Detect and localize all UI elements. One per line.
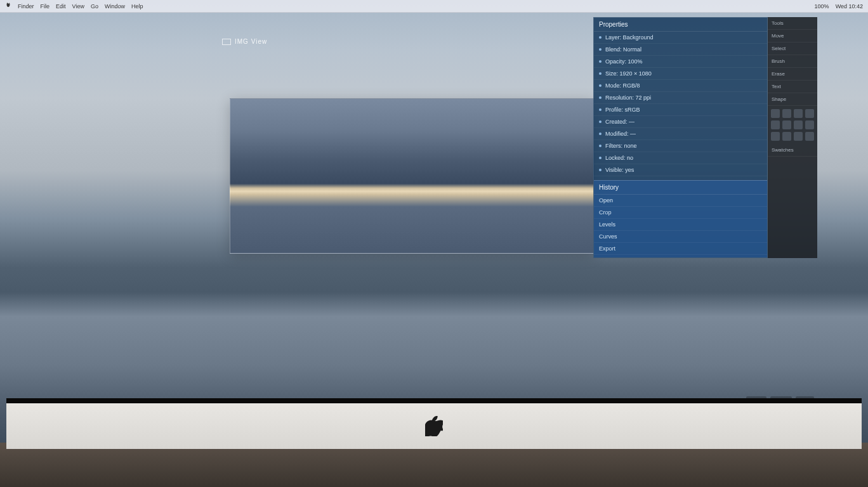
- swatch-icon[interactable]: [805, 109, 814, 118]
- history-row[interactable]: Crop: [594, 207, 767, 219]
- history-panel: History Open Crop Levels Curves Export: [594, 180, 767, 257]
- toolstrip-foot-label: Swatches: [772, 147, 794, 153]
- inspector-row[interactable]: Size: 1920 × 1080: [594, 68, 767, 80]
- bullet-icon: [599, 60, 602, 63]
- inspector-row[interactable]: Modified: —: [594, 128, 767, 140]
- bullet-icon: [599, 72, 602, 75]
- tool-move[interactable]: Move: [768, 30, 817, 42]
- swatch-icon[interactable]: [771, 109, 780, 118]
- document-title-overlay: IMG View: [222, 38, 267, 45]
- inspector-row-label: Blend: Normal: [605, 46, 641, 53]
- history-row-label: Open: [599, 197, 613, 204]
- inspector-row[interactable]: Profile: sRGB: [594, 104, 767, 116]
- swatch-icon[interactable]: [794, 109, 803, 118]
- menu-help[interactable]: Help: [131, 3, 143, 10]
- menu-window[interactable]: Window: [105, 3, 125, 10]
- tool-label: Erase: [772, 71, 785, 77]
- inspector-row-label: Opacity: 100%: [605, 58, 643, 65]
- history-row-label: Export: [599, 245, 615, 252]
- tool-icon-grid: [768, 106, 817, 144]
- tool-label: Text: [772, 84, 781, 89]
- tool-label: Brush: [772, 58, 785, 64]
- history-row[interactable]: Curves: [594, 231, 767, 243]
- inspector-row[interactable]: Created: —: [594, 116, 767, 128]
- swatch-icon[interactable]: [782, 109, 791, 118]
- inspector-row[interactable]: Filters: none: [594, 140, 767, 152]
- history-row-label: Crop: [599, 209, 612, 216]
- tool-erase[interactable]: Erase: [768, 68, 817, 81]
- history-row-label: Curves: [599, 233, 617, 240]
- inspector-row[interactable]: Visible: yes: [594, 164, 767, 176]
- inspector-row-label: Visible: yes: [605, 167, 634, 173]
- swatch-icon[interactable]: [805, 120, 814, 129]
- menu-file[interactable]: File: [41, 3, 50, 10]
- bullet-icon: [599, 157, 602, 159]
- menu-go[interactable]: Go: [91, 3, 98, 10]
- inspector-row-label: Locked: no: [605, 155, 633, 161]
- history-header: History: [594, 181, 767, 195]
- bullet-icon: [599, 108, 602, 111]
- inspector-row-label: Resolution: 72 ppi: [605, 94, 651, 101]
- bullet-icon: [599, 169, 602, 171]
- swatch-icon[interactable]: [782, 120, 791, 129]
- bullet-icon: [599, 133, 602, 135]
- inspector-header: Properties: [594, 18, 767, 32]
- inspector-row-label: Layer: Background: [605, 34, 654, 41]
- swatch-icon[interactable]: [771, 120, 780, 129]
- swatch-icon[interactable]: [794, 132, 803, 141]
- inspector-row[interactable]: Mode: RGB/8: [594, 80, 767, 92]
- toolstrip-footer: Swatches: [768, 144, 817, 157]
- inspector-row-label: Profile: sRGB: [605, 107, 640, 113]
- inspector-row-label: Created: —: [605, 119, 635, 125]
- history-row[interactable]: Levels: [594, 219, 767, 231]
- toolstrip-group-label: Tools: [772, 20, 784, 26]
- battery-status[interactable]: 100%: [815, 3, 829, 10]
- os-menubar: Finder File Edit View Go Window Help 100…: [0, 0, 868, 13]
- bullet-icon: [599, 84, 602, 87]
- history-row[interactable]: Export: [594, 243, 767, 255]
- inspector-row-label: Modified: —: [605, 131, 636, 137]
- inspector-panel: Properties Layer: Background Blend: Norm…: [593, 17, 768, 258]
- inspector-row[interactable]: Layer: Background: [594, 32, 767, 44]
- imac-chin: [6, 398, 862, 449]
- tool-text[interactable]: Text: [768, 81, 817, 93]
- document-title: IMG View: [235, 38, 267, 45]
- bullet-icon: [599, 36, 602, 39]
- inspector-row[interactable]: Blend: Normal: [594, 44, 767, 56]
- bullet-icon: [599, 120, 602, 123]
- bullet-icon: [599, 145, 602, 147]
- tool-strip: Tools Move Select Brush Erase Text Shape…: [768, 17, 817, 258]
- menu-view[interactable]: View: [72, 3, 84, 10]
- swatch-icon[interactable]: [771, 132, 780, 141]
- inspector-row[interactable]: Opacity: 100%: [594, 56, 767, 68]
- toolstrip-header: Tools: [768, 17, 817, 30]
- tool-brush[interactable]: Brush: [768, 55, 817, 68]
- swatch-icon[interactable]: [782, 132, 791, 141]
- tool-label: Select: [772, 46, 786, 51]
- history-row[interactable]: Open: [594, 195, 767, 207]
- bullet-icon: [599, 48, 602, 51]
- swatch-icon[interactable]: [805, 132, 814, 141]
- inspector-row[interactable]: Resolution: 72 ppi: [594, 92, 767, 104]
- image-preview-window[interactable]: [230, 98, 595, 254]
- apple-logo-icon: [425, 416, 443, 436]
- history-row-label: Levels: [599, 221, 615, 228]
- inspector-row[interactable]: Locked: no: [594, 152, 767, 164]
- tool-label: Move: [772, 33, 784, 39]
- inspector-row-label: Mode: RGB/8: [605, 82, 640, 89]
- clock[interactable]: Wed 10:42: [836, 3, 863, 10]
- ambient-background: [0, 443, 868, 487]
- apple-menu-icon[interactable]: [5, 3, 11, 10]
- inspector-row-label: Size: 1920 × 1080: [605, 70, 652, 77]
- bullet-icon: [599, 96, 602, 99]
- document-icon: [222, 39, 231, 45]
- menu-edit[interactable]: Edit: [56, 3, 66, 10]
- swatch-icon[interactable]: [794, 120, 803, 129]
- inspector-row-label: Filters: none: [605, 143, 637, 149]
- app-name[interactable]: Finder: [18, 3, 34, 10]
- tool-shape[interactable]: Shape: [768, 93, 817, 106]
- tool-select[interactable]: Select: [768, 42, 817, 55]
- tool-label: Shape: [772, 96, 786, 102]
